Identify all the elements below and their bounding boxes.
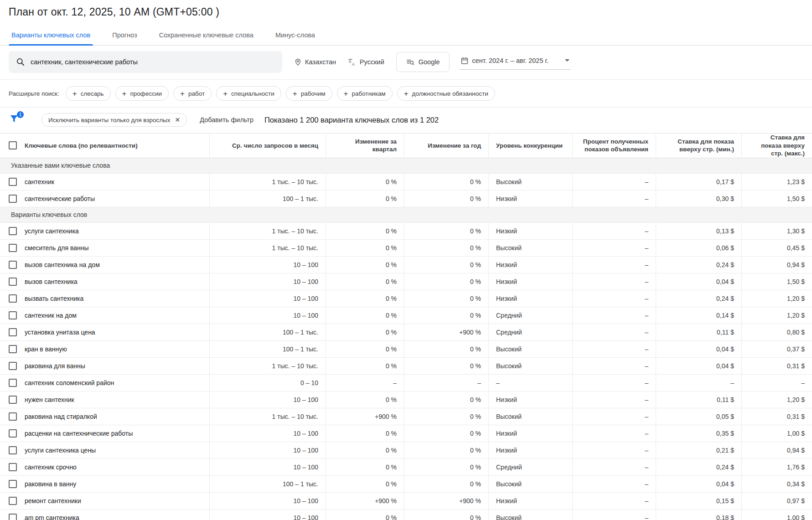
cell-competition: Средний [488, 307, 572, 324]
row-checkbox-cell [0, 174, 21, 190]
column-header-competition[interactable]: Уровень конкуренции [488, 134, 572, 158]
row-checkbox[interactable] [9, 311, 17, 319]
column-header-top_bid_high[interactable]: Ставка для показа вверху стр. (макс.) [741, 134, 812, 158]
cell-top_bid_low: 0,04 $ [656, 476, 741, 493]
row-checkbox[interactable] [9, 379, 17, 387]
cell-avg_monthly_searches: 10 – 100 [209, 290, 326, 307]
date-range-selector[interactable]: сент. 2024 г. – авг. 2025 г. [460, 55, 571, 70]
row-checkbox[interactable] [9, 480, 17, 488]
row-checkbox[interactable] [9, 412, 17, 421]
column-header-change_quarter[interactable]: Изменение за квартал [326, 134, 404, 158]
row-checkbox-cell [0, 493, 21, 510]
select-all-checkbox[interactable] [9, 141, 17, 149]
row-checkbox[interactable] [9, 195, 17, 203]
results-summary: Показано 1 200 варианта ключевых слов из… [264, 116, 439, 124]
table-row: сантехник соломенский район0 – 10–––––– [0, 375, 812, 391]
column-header-top_bid_low[interactable]: Ставка для показа вверху стр. (мин.) [656, 134, 741, 158]
chip-label: должностные обязанности [412, 90, 488, 97]
cell-top_bid_low: 0,05 $ [656, 408, 741, 425]
tab-4[interactable]: Минус-слова [273, 31, 318, 45]
cell-avg_monthly_searches: 10 – 100 [209, 442, 326, 459]
row-checkbox[interactable] [9, 345, 17, 353]
column-header-ad_impression_share[interactable]: Процент полученных показов объявления [572, 134, 656, 158]
table-row: раковина над стиралкой1 тыс. – 10 тыс.+9… [0, 408, 812, 425]
suggestion-chip-5[interactable]: +рабочим [286, 86, 332, 101]
row-checkbox[interactable] [9, 396, 17, 404]
row-checkbox[interactable] [9, 463, 17, 471]
suggestion-chip-6[interactable]: +работникам [337, 86, 393, 101]
cell-avg_monthly_searches: 100 – 1 тыс. [209, 341, 326, 358]
cell-keyword: сантехнические работы [21, 190, 209, 207]
tab-1[interactable]: Варианты ключевых слов [9, 31, 93, 45]
suggestion-chip-4[interactable]: +специальности [216, 86, 281, 101]
column-header-keyword[interactable]: Ключевые слова (по релевантности) [21, 134, 209, 158]
cell-top_bid_low: 0,11 $ [656, 324, 741, 341]
cell-change_quarter: 0 % [326, 425, 404, 442]
cell-keyword: кран в ванную [21, 341, 209, 358]
suggestion-chip-3[interactable]: +работ [173, 86, 212, 101]
keyword-search-box[interactable] [9, 51, 282, 73]
cell-keyword: раковина над стиралкой [21, 408, 209, 425]
row-checkbox-cell [0, 307, 21, 324]
row-checkbox[interactable] [9, 446, 17, 454]
suggestion-chip-7[interactable]: +должностные обязанности [397, 86, 495, 101]
language-target[interactable]: XA Русский [348, 58, 384, 67]
add-filter-button[interactable]: Добавить фильтр [200, 116, 253, 124]
row-checkbox[interactable] [9, 362, 17, 370]
row-checkbox[interactable] [9, 261, 17, 269]
cell-ad_impression_share: – [572, 442, 656, 459]
row-checkbox[interactable] [9, 429, 17, 438]
table-row: услуги сантехника цены10 – 1000 %0 %Низк… [0, 442, 812, 459]
row-checkbox[interactable] [9, 178, 17, 186]
tab-2[interactable]: Прогноз [109, 31, 140, 45]
row-checkbox-cell [0, 391, 21, 408]
cell-avg_monthly_searches: 100 – 1 тыс. [209, 324, 326, 341]
close-icon[interactable]: ✕ [175, 116, 181, 124]
cell-competition: Низкий [488, 223, 572, 240]
cell-change_year: 0 % [404, 190, 488, 207]
cell-change_year: +900 % [404, 324, 488, 341]
cell-top_bid_high: 1,76 $ [741, 459, 812, 476]
cell-top_bid_high: 0,97 $ [741, 493, 812, 510]
cell-change_quarter: +900 % [326, 408, 404, 425]
table-row: сантехник1 тыс. – 10 тыс.0 %0 %Высокий–0… [0, 174, 812, 190]
translate-icon: XA [348, 58, 357, 67]
search-input[interactable] [31, 58, 275, 66]
location-target[interactable]: Казахстан [294, 58, 336, 66]
column-header-change_year[interactable]: Изменение за год [404, 134, 488, 158]
keywords-table: Ключевые слова (по релевантности)Ср. чис… [0, 133, 812, 520]
cell-avg_monthly_searches: 100 – 1 тыс. [209, 190, 326, 207]
cell-keyword: вызов сантехника на дом [21, 257, 209, 273]
suggestion-chip-2[interactable]: +профессии [115, 86, 169, 101]
filter-funnel-icon[interactable]: 1 [9, 113, 22, 127]
search-network-button[interactable]: Google [396, 52, 450, 72]
row-checkbox[interactable] [9, 244, 17, 252]
active-filter-chip[interactable]: Исключить варианты только для взрослых ✕ [41, 113, 187, 127]
cell-top_bid_high: 0,31 $ [741, 358, 812, 375]
cell-keyword: раковина в ванну [21, 476, 209, 493]
column-header-avg_monthly_searches[interactable]: Ср. число запросов в месяц [209, 134, 326, 158]
row-checkbox[interactable] [9, 294, 17, 303]
cell-change_year: 0 % [404, 257, 488, 273]
cell-change_quarter: 0 % [326, 273, 404, 290]
row-checkbox[interactable] [9, 497, 17, 505]
cell-change_year: 0 % [404, 341, 488, 358]
cell-change_quarter: 0 % [326, 307, 404, 324]
suggestion-chip-1[interactable]: +слесарь [66, 86, 111, 101]
cell-competition: Низкий [488, 290, 572, 307]
cell-top_bid_low: 0,21 $ [656, 442, 741, 459]
cell-keyword: вызвать сантехника [21, 290, 209, 307]
cell-competition: Высокий [488, 408, 572, 425]
cell-competition: Высокий [488, 358, 572, 375]
cell-avg_monthly_searches: 1 тыс. – 10 тыс. [209, 223, 326, 240]
plus-icon: + [72, 90, 77, 98]
cell-ad_impression_share: – [572, 174, 656, 190]
cell-keyword: смеситель для ванны [21, 240, 209, 257]
cell-keyword: ремонт сантехники [21, 493, 209, 510]
cell-competition: Низкий [488, 273, 572, 290]
tab-3[interactable]: Сохраненные ключевые слова [156, 31, 256, 45]
row-checkbox[interactable] [9, 227, 17, 235]
row-checkbox[interactable] [9, 514, 17, 520]
row-checkbox[interactable] [9, 328, 17, 336]
row-checkbox[interactable] [9, 278, 17, 286]
